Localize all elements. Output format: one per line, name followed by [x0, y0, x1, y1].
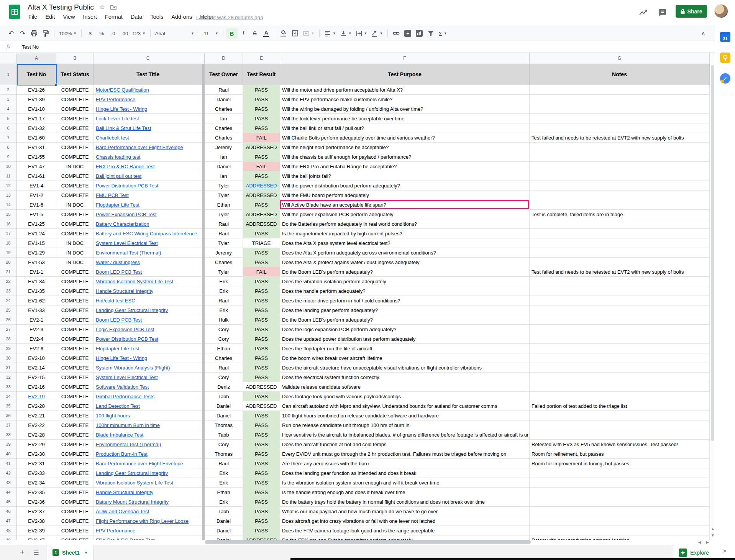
cell-notes[interactable]: Retested with EV3 as EV5 had known senso… [530, 440, 710, 449]
cell-test-owner[interactable]: Daniel [205, 95, 243, 104]
row-number[interactable]: 13 [0, 190, 17, 200]
cell-test-title-link[interactable]: Power Distribution PCB Test [94, 181, 202, 190]
cell-test-owner[interactable]: Daniel [205, 411, 243, 420]
cell-test-purpose[interactable]: Is the handle strong enough and does it … [280, 488, 530, 497]
cell-test-no[interactable]: EV2-3 [17, 325, 56, 334]
menu-tools[interactable]: Tools [150, 14, 163, 20]
cell-test-purpose[interactable]: Does the aircraft structure have unaccep… [280, 363, 530, 373]
cell-test-result[interactable]: PASS [243, 171, 280, 181]
cell-test-title-link[interactable]: Battery Characterization [94, 219, 202, 229]
cell-test-status[interactable]: COMPLETE [56, 95, 94, 104]
cell-test-status[interactable]: COMPLETE [56, 382, 94, 392]
sheet-tab-menu-icon[interactable]: ▼ [84, 551, 88, 555]
strikethrough-button[interactable]: S [249, 28, 261, 39]
vertical-align-button[interactable]: ▼ [338, 28, 354, 39]
cell-test-title-link[interactable]: System Vibration Analysis (Flight) [94, 363, 202, 373]
undo-button[interactable]: ↶ [5, 28, 17, 39]
cell-test-title-link[interactable]: Lock Lever Life test [94, 114, 202, 123]
cell-test-purpose[interactable]: Will Charlie Bolts perform adequately ov… [280, 133, 530, 143]
cell-test-title-link[interactable]: Charliebolt test [94, 133, 202, 143]
cell-test-status[interactable]: IN DOC [56, 258, 94, 267]
cell-test-no[interactable]: EV1-34 [17, 277, 56, 286]
cell-test-no[interactable]: EV1-53 [17, 258, 56, 267]
cell-test-purpose[interactable]: Run one release candidate unit through 1… [280, 420, 530, 430]
cell-test-status[interactable]: COMPLETE [56, 401, 94, 411]
cell-test-purpose[interactable]: Will the power expansion PCB perform ade… [280, 210, 530, 219]
cell-test-status[interactable]: COMPLETE [56, 114, 94, 123]
column-header-c[interactable]: C [94, 53, 202, 64]
cell-test-purpose[interactable]: Does the Alta X perform adequately acros… [280, 248, 530, 258]
borders-button[interactable] [289, 28, 301, 39]
cell-test-result[interactable]: PASS [243, 526, 280, 535]
row-number[interactable]: 29 [0, 344, 17, 353]
cell-test-status[interactable]: COMPLETE [56, 353, 94, 363]
cell-notes[interactable] [530, 516, 710, 526]
header-cell-a[interactable]: Test No [17, 64, 56, 85]
cell-test-result[interactable]: PASS [243, 430, 280, 440]
row-number[interactable]: 14 [0, 200, 17, 210]
cell-test-owner[interactable]: Deniz [205, 382, 243, 392]
header-cell-b[interactable]: Test Status [56, 64, 94, 85]
cell-test-purpose[interactable]: Will the chassis be stiff enough for pay… [280, 152, 530, 162]
cell-notes[interactable] [530, 478, 710, 488]
cell-test-owner[interactable]: Daniel [205, 516, 243, 526]
row-number[interactable]: 35 [0, 401, 17, 411]
cell-test-result[interactable]: PASS [243, 85, 280, 95]
cell-test-no[interactable]: EV2-15 [17, 373, 56, 382]
cell-test-result[interactable]: PASS [243, 488, 280, 497]
menu-view[interactable]: View [63, 14, 75, 20]
cell-test-owner[interactable]: Erik [205, 286, 243, 296]
cell-test-result[interactable]: FAIL [243, 133, 280, 143]
cell-test-no[interactable]: EV2-34 [17, 478, 56, 488]
cell-test-result[interactable]: ADDRESSED [243, 535, 280, 540]
cell-notes[interactable] [530, 85, 710, 95]
cell-test-purpose[interactable]: Will the ball link or strut fail / pull … [280, 123, 530, 133]
cell-test-purpose[interactable]: Does the Alta X protect agains water / d… [280, 258, 530, 267]
cell-notes[interactable] [530, 248, 710, 258]
cell-notes[interactable]: Test failed and needs to be retested at … [530, 267, 710, 277]
row-number[interactable]: 17 [0, 229, 17, 238]
cell-test-result[interactable]: PASS [243, 353, 280, 363]
cell-test-title-link[interactable]: Chassis loading test [94, 152, 202, 162]
cell-test-result[interactable]: PASS [243, 114, 280, 123]
cell-test-title-link[interactable]: Blade Imbalance Test [94, 430, 202, 440]
cell-test-status[interactable]: COMPLETE [56, 267, 94, 277]
cell-notes[interactable] [530, 392, 710, 401]
cell-test-title-link[interactable]: Hinge Life Test - Wiring [94, 104, 202, 114]
cell-test-owner[interactable]: Thomas [205, 449, 243, 459]
cell-test-owner[interactable]: Erik [205, 497, 243, 507]
cell-test-purpose[interactable]: What is our max payload and how much mar… [280, 507, 530, 516]
all-sheets-menu-icon[interactable]: ☰ [31, 547, 41, 558]
cell-test-owner[interactable]: Ian [205, 114, 243, 123]
cell-test-purpose[interactable]: Are there any aero issues with the baro [280, 459, 530, 468]
cell-notes[interactable] [530, 229, 710, 238]
row-number[interactable]: 43 [0, 478, 17, 488]
cell-test-result[interactable]: ADDRESSED [243, 382, 280, 392]
row-number[interactable]: 20 [0, 258, 17, 267]
cell-test-title-link[interactable]: Baro Performance over Flight Envelope [94, 459, 202, 468]
cell-test-owner[interactable]: Raul [205, 296, 243, 305]
cell-test-no[interactable]: EV2-10 [17, 353, 56, 363]
header-cell-f[interactable]: Test Purpose [280, 64, 530, 85]
corner-select-all[interactable] [0, 53, 17, 64]
cell-test-no[interactable]: EV1-26 [17, 85, 56, 95]
cell-test-no[interactable]: EV1-55 [17, 152, 56, 162]
cell-test-owner[interactable]: Tyler [205, 210, 243, 219]
cell-test-purpose[interactable]: Do the Batteries perform adequately in r… [280, 219, 530, 229]
cell-notes[interactable] [530, 363, 710, 373]
cell-notes[interactable] [530, 430, 710, 440]
cell-test-no[interactable]: EV2-36 [17, 497, 56, 507]
cell-test-purpose[interactable]: Does aircraft get into crazy vibrations … [280, 516, 530, 526]
cell-test-title-link[interactable]: Hinge Life Test - Wiring [94, 353, 202, 363]
cell-test-status[interactable]: COMPLETE [56, 296, 94, 305]
row-number[interactable]: 45 [0, 497, 17, 507]
cell-notes[interactable] [530, 123, 710, 133]
cell-test-status[interactable]: COMPLETE [56, 430, 94, 440]
cell-notes[interactable] [530, 305, 710, 315]
cell-test-title-link[interactable]: Power Expansion PCB Test [94, 210, 202, 219]
row-number[interactable]: 3 [0, 95, 17, 104]
cell-notes[interactable] [530, 382, 710, 392]
cell-test-status[interactable]: COMPLETE [56, 171, 94, 181]
cell-notes[interactable] [530, 152, 710, 162]
row-number[interactable]: 26 [0, 315, 17, 325]
